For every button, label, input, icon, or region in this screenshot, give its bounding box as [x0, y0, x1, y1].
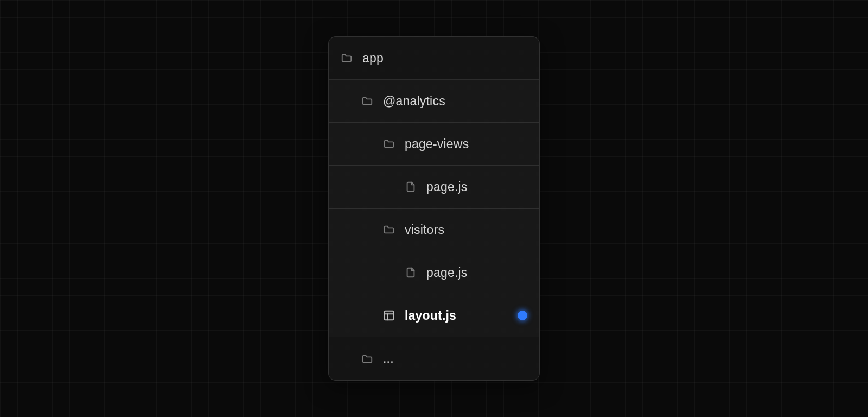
folder-icon: [383, 224, 395, 236]
folder-icon: [341, 52, 353, 64]
file-icon: [405, 267, 417, 279]
folder-icon: [361, 353, 373, 365]
tree-item-label: layout.js: [405, 308, 456, 323]
tree-item-label: app: [362, 51, 384, 66]
layout-icon: [383, 309, 395, 321]
tree-item-page-views-page[interactable]: page.js: [329, 166, 539, 208]
active-indicator-dot: [518, 311, 527, 320]
tree-item-label: @analytics: [383, 94, 445, 109]
tree-item-visitors-page[interactable]: page.js: [329, 251, 539, 294]
folder-icon: [383, 138, 395, 150]
tree-item-label: visitors: [405, 223, 444, 237]
folder-icon: [361, 95, 373, 107]
file-tree-panel: app @analytics page-views page.js visito…: [328, 36, 540, 381]
tree-item-visitors[interactable]: visitors: [329, 208, 539, 251]
svg-rect-0: [385, 311, 394, 320]
tree-item-analytics[interactable]: @analytics: [329, 80, 539, 123]
tree-item-label: page.js: [426, 180, 468, 194]
tree-item-more[interactable]: ...: [329, 337, 539, 380]
tree-item-label: ...: [383, 351, 394, 366]
tree-item-page-views[interactable]: page-views: [329, 123, 539, 166]
file-icon: [405, 181, 417, 193]
tree-item-label: page.js: [426, 266, 468, 280]
tree-item-layout[interactable]: layout.js: [329, 294, 539, 337]
tree-item-app[interactable]: app: [329, 37, 539, 80]
tree-item-label: page-views: [405, 137, 469, 151]
